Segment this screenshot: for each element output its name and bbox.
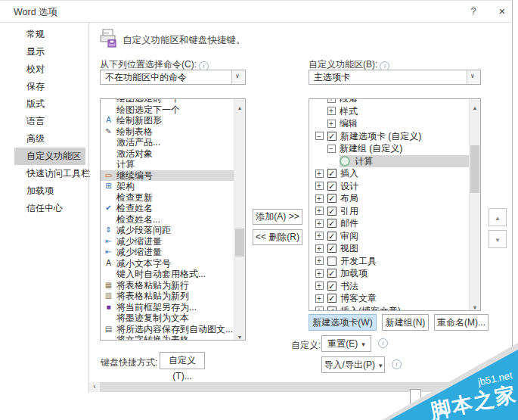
command-list-item[interactable]: A绘制新图形	[101, 115, 234, 126]
tree-item[interactable]: 段落	[309, 98, 470, 105]
command-list-item[interactable]: ▤将所选内容保存到自动图文...	[101, 324, 234, 335]
sidebar-item-10[interactable]: 信任中心	[14, 200, 85, 217]
shortcut-customize-button[interactable]: 自定义(T)...	[160, 352, 205, 369]
new-tab-button[interactable]: 新建选项卡(W)	[309, 314, 377, 331]
expand-icon[interactable]	[315, 257, 324, 265]
scrollbar-thumb[interactable]	[235, 229, 244, 257]
commands-source-dropdown[interactable]: 不在功能区中的命令	[100, 70, 246, 85]
checkbox[interactable]	[327, 257, 337, 266]
sidebar-item-2[interactable]: 校对	[14, 61, 85, 78]
tree-item[interactable]: 邮件	[309, 217, 470, 230]
tree-item[interactable]: 布局	[309, 192, 470, 205]
expand-icon[interactable]	[315, 282, 324, 290]
chevron-down-icon[interactable]	[467, 70, 480, 84]
sidebar-item-8[interactable]: 快速访问工具栏	[14, 165, 85, 182]
checkbox[interactable]	[327, 219, 337, 228]
expand-icon[interactable]	[315, 232, 324, 240]
expand-icon[interactable]	[315, 194, 324, 203]
command-list-item[interactable]: 激活产品...	[101, 137, 234, 148]
scrollbar-thumb[interactable]	[470, 145, 479, 193]
move-up-button[interactable]	[489, 208, 507, 226]
checkbox[interactable]	[327, 232, 337, 241]
import-export-button[interactable]: 导入/导出(P)	[321, 356, 385, 373]
help-button[interactable]: ?	[464, 4, 482, 19]
tree-item[interactable]: 设计	[309, 180, 470, 193]
checkbox[interactable]	[327, 182, 337, 191]
new-group-button[interactable]: 新建组(N)	[382, 314, 429, 331]
checkbox[interactable]	[327, 294, 337, 303]
tree-item[interactable]: 样式	[309, 105, 470, 118]
command-list-item[interactable]: ⇤减少缩进量	[101, 247, 234, 258]
expand-icon[interactable]	[315, 269, 324, 278]
collapse-icon[interactable]	[315, 132, 324, 140]
scroll-down-icon[interactable]	[234, 328, 245, 340]
command-list-item[interactable]: ▭继续编号	[101, 170, 234, 182]
command-list-item[interactable]: 将文字转换为表格…	[101, 334, 234, 341]
tree-item[interactable]: 加载项	[309, 267, 470, 280]
tree-item[interactable]: 编辑	[309, 117, 470, 130]
tree-item[interactable]: 新建选项卡 (自定义)	[309, 130, 470, 143]
sidebar-item-5[interactable]: 语言	[14, 113, 85, 130]
checkbox[interactable]	[327, 244, 337, 253]
command-list-item[interactable]: 绘图选定前一个	[101, 98, 234, 104]
ribbon-tree-scrollbar[interactable]	[469, 99, 480, 310]
command-list-item[interactable]: 绘图选定下一个	[101, 104, 234, 116]
expand-icon[interactable]	[315, 207, 324, 215]
command-list-item[interactable]: ▥将表格粘贴为新列	[101, 291, 234, 302]
checkbox[interactable]	[327, 207, 337, 216]
command-list-item[interactable]: ■将当前框架另存为...	[101, 302, 234, 313]
tree-item[interactable]: 计算	[309, 155, 470, 168]
reset-button[interactable]: 重置(E)	[321, 335, 371, 352]
chevron-down-icon[interactable]	[231, 70, 245, 84]
command-list-item[interactable]: ✎绘制表格	[101, 126, 234, 138]
tree-item[interactable]: 审阅	[309, 230, 470, 243]
scroll-up-icon[interactable]	[234, 99, 245, 110]
sidebar-item-6[interactable]: 高级	[14, 130, 85, 148]
tree-item[interactable]: 视图	[309, 242, 470, 255]
command-list-scrollbar[interactable]	[234, 99, 245, 340]
expand-icon[interactable]	[315, 170, 324, 178]
ribbon-target-dropdown[interactable]: 主选项卡	[309, 70, 481, 85]
add-button[interactable]: 添加(A) >>	[253, 209, 302, 225]
checkbox[interactable]	[327, 269, 337, 278]
tree-item[interactable]: 插入	[309, 167, 470, 180]
checkbox[interactable]	[327, 132, 337, 141]
command-list-item[interactable]: ✔检查姓名	[101, 203, 234, 214]
expand-icon[interactable]	[315, 294, 324, 303]
tree-item[interactable]: 引用	[309, 205, 470, 218]
expand-icon[interactable]	[327, 98, 336, 103]
sidebar-item-3[interactable]: 保存	[14, 78, 85, 95]
remove-button[interactable]: << 删除(R)	[253, 229, 302, 245]
tree-item[interactable]: 博客文章	[309, 292, 470, 305]
expand-icon[interactable]	[315, 219, 324, 228]
scroll-down-icon[interactable]	[470, 299, 480, 310]
expand-icon[interactable]	[327, 107, 336, 115]
command-list-item[interactable]: ▦将表格粘贴为新行	[101, 280, 234, 291]
checkbox[interactable]	[327, 306, 337, 311]
checkbox[interactable]	[327, 282, 337, 291]
sidebar-item-4[interactable]: 版式	[14, 95, 85, 113]
tree-item[interactable]: 插入(博客文章)	[309, 305, 470, 312]
command-list-item[interactable]: 键入时自动套用格式...	[101, 269, 234, 280]
command-list-item[interactable]: 检查姓名...	[101, 214, 234, 226]
command-list-item[interactable]: ⊞架构	[101, 181, 234, 192]
command-list-item[interactable]: 检查更新	[101, 192, 234, 204]
scroll-up-icon[interactable]	[470, 99, 480, 110]
rename-button[interactable]: 重命名(M)...	[434, 314, 489, 331]
expand-icon[interactable]	[315, 306, 324, 311]
command-list-item[interactable]: A减小文本字号	[101, 258, 234, 269]
command-list-item[interactable]: ⇤减少缩进量	[101, 236, 234, 247]
expand-icon[interactable]	[315, 244, 324, 253]
sidebar-item-1[interactable]: 显示	[14, 43, 85, 61]
command-list-item[interactable]: 激活对象	[101, 148, 234, 160]
collapse-icon[interactable]	[327, 145, 336, 153]
close-button[interactable]: ×	[493, 4, 511, 19]
command-list-item[interactable]: ⇕减少段落间距	[101, 225, 234, 236]
checkbox[interactable]	[327, 169, 337, 178]
tree-item[interactable]: 开发工具	[309, 255, 470, 268]
command-list-item[interactable]: 计算	[101, 159, 234, 170]
expand-icon[interactable]	[315, 182, 324, 190]
move-down-button[interactable]	[489, 230, 507, 248]
tree-item[interactable]: 书法	[309, 280, 470, 293]
expand-icon[interactable]	[327, 120, 336, 128]
